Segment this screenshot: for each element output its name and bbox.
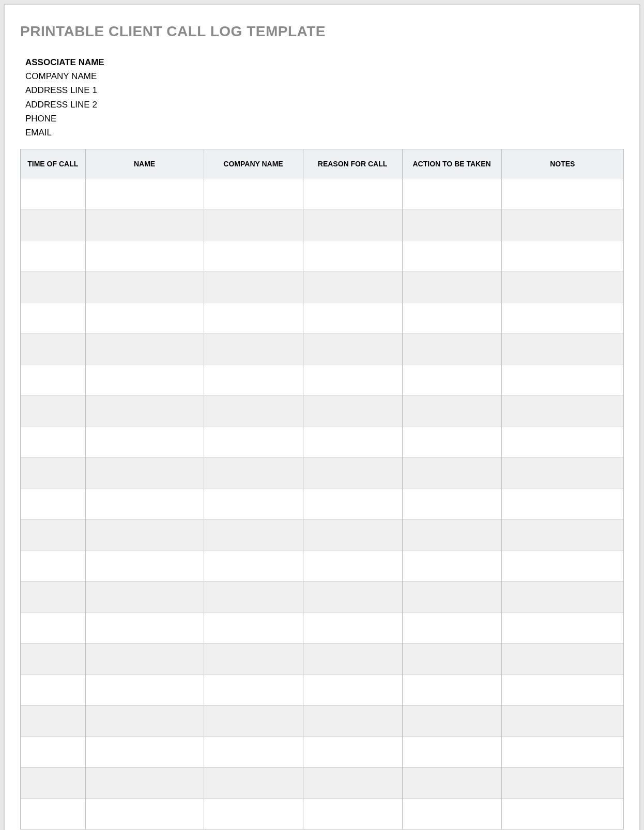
table-row <box>21 488 624 519</box>
table-row <box>21 240 624 271</box>
table-cell <box>501 457 623 488</box>
table-cell <box>303 767 402 798</box>
table-cell <box>402 457 501 488</box>
table-cell <box>501 488 623 519</box>
table-cell <box>85 178 204 209</box>
table-cell <box>303 333 402 364</box>
table-cell <box>501 519 623 550</box>
company-name-label: COMPANY NAME <box>25 69 624 83</box>
table-cell <box>21 643 86 674</box>
col-header-time: TIME OF CALL <box>21 149 86 178</box>
table-cell <box>402 674 501 705</box>
table-cell <box>402 736 501 767</box>
table-row <box>21 550 624 581</box>
table-cell <box>501 426 623 457</box>
table-cell <box>85 581 204 612</box>
table-cell <box>85 550 204 581</box>
table-cell <box>303 457 402 488</box>
table-cell <box>501 674 623 705</box>
table-cell <box>85 705 204 736</box>
table-row <box>21 178 624 209</box>
table-cell <box>204 767 303 798</box>
table-cell <box>402 364 501 395</box>
associate-name-label: ASSOCIATE NAME <box>25 55 624 69</box>
table-row <box>21 519 624 550</box>
table-cell <box>303 364 402 395</box>
table-cell <box>21 364 86 395</box>
table-cell <box>21 457 86 488</box>
table-cell <box>402 395 501 426</box>
table-cell <box>501 612 623 643</box>
table-cell <box>204 333 303 364</box>
table-cell <box>85 643 204 674</box>
table-cell <box>402 302 501 333</box>
col-header-reason: REASON FOR CALL <box>303 149 402 178</box>
table-cell <box>402 705 501 736</box>
table-cell <box>204 302 303 333</box>
table-cell <box>85 395 204 426</box>
page-title: PRINTABLE CLIENT CALL LOG TEMPLATE <box>20 23 624 40</box>
table-header-row: TIME OF CALL NAME COMPANY NAME REASON FO… <box>21 149 624 178</box>
table-cell <box>303 209 402 240</box>
table-cell <box>85 302 204 333</box>
table-cell <box>303 395 402 426</box>
table-cell <box>21 178 86 209</box>
col-header-name: NAME <box>85 149 204 178</box>
table-row <box>21 798 624 829</box>
table-row <box>21 271 624 302</box>
document-page: PRINTABLE CLIENT CALL LOG TEMPLATE ASSOC… <box>4 4 640 830</box>
email-label: EMAIL <box>25 126 624 140</box>
table-cell <box>21 612 86 643</box>
table-cell <box>204 519 303 550</box>
address-line-1-label: ADDRESS LINE 1 <box>25 83 624 97</box>
table-cell <box>402 426 501 457</box>
table-cell <box>85 333 204 364</box>
table-row <box>21 302 624 333</box>
table-cell <box>402 240 501 271</box>
table-cell <box>303 271 402 302</box>
table-cell <box>21 550 86 581</box>
table-cell <box>402 581 501 612</box>
table-row <box>21 705 624 736</box>
table-row <box>21 209 624 240</box>
table-cell <box>204 612 303 643</box>
table-cell <box>21 302 86 333</box>
table-cell <box>402 550 501 581</box>
contact-info-block: ASSOCIATE NAME COMPANY NAME ADDRESS LINE… <box>25 55 624 140</box>
table-cell <box>85 457 204 488</box>
table-cell <box>303 240 402 271</box>
table-cell <box>85 798 204 829</box>
table-cell <box>204 705 303 736</box>
table-cell <box>402 333 501 364</box>
table-cell <box>303 581 402 612</box>
table-row <box>21 457 624 488</box>
table-cell <box>204 240 303 271</box>
table-cell <box>204 798 303 829</box>
table-cell <box>21 798 86 829</box>
table-row <box>21 612 624 643</box>
table-cell <box>501 767 623 798</box>
table-cell <box>21 395 86 426</box>
table-cell <box>303 798 402 829</box>
table-row <box>21 364 624 395</box>
table-row <box>21 674 624 705</box>
table-cell <box>85 240 204 271</box>
table-cell <box>501 364 623 395</box>
table-cell <box>402 209 501 240</box>
table-cell <box>501 302 623 333</box>
col-header-notes: NOTES <box>501 149 623 178</box>
table-cell <box>303 736 402 767</box>
table-row <box>21 643 624 674</box>
table-cell <box>21 705 86 736</box>
table-cell <box>501 240 623 271</box>
table-cell <box>204 364 303 395</box>
table-cell <box>85 271 204 302</box>
table-cell <box>204 209 303 240</box>
table-cell <box>21 581 86 612</box>
table-cell <box>501 550 623 581</box>
table-row <box>21 395 624 426</box>
table-cell <box>85 519 204 550</box>
table-cell <box>21 209 86 240</box>
table-cell <box>204 550 303 581</box>
table-cell <box>204 643 303 674</box>
